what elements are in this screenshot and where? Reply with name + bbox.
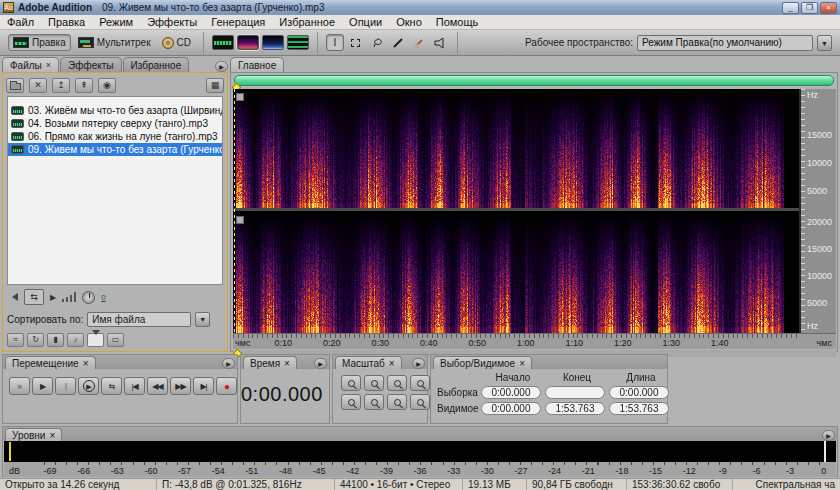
menu-item[interactable]: Избранное <box>272 16 342 28</box>
zoom-panel-tab[interactable]: Масштаб × <box>335 356 402 369</box>
loop-button[interactable]: ⇆ <box>101 377 122 395</box>
menu-item[interactable]: Файл <box>0 16 41 28</box>
spectral-phase-display-button[interactable] <box>287 35 309 50</box>
workspace-dropdown-arrow-icon[interactable]: ▼ <box>817 35 832 51</box>
extract-audio-button[interactable]: ◉ <box>98 78 116 93</box>
spectral-pan-display-button[interactable] <box>262 35 284 50</box>
sort-select[interactable]: Имя файла <box>87 312 191 327</box>
pause-button[interactable]: ∥ <box>55 377 76 395</box>
multitrack-view-button[interactable]: Мультитрек <box>74 35 155 50</box>
playhead-line[interactable] <box>234 89 235 333</box>
advanced-options-toggle[interactable]: ▦ <box>206 78 224 93</box>
cd-view-button[interactable]: CD <box>158 35 195 51</box>
app-title: Adobe Audition <box>18 2 92 13</box>
tab-favorites[interactable]: Избранное <box>123 57 190 72</box>
view-length-field[interactable]: 1:53.763 <box>609 402 669 415</box>
spectral-frequency-display-button[interactable] <box>237 35 259 50</box>
file-list-item[interactable]: 09. Живем мы что-то без азарта (Гурченко… <box>8 143 222 156</box>
view-start-field[interactable]: 0:00.000 <box>481 402 541 415</box>
menu-item[interactable]: Режим <box>92 16 140 28</box>
selection-view-panel-tab[interactable]: Выбор/Видимое × <box>433 356 532 369</box>
view-end-field[interactable]: 1:53.763 <box>545 402 605 415</box>
frequency-ruler[interactable]: Hz 15000 10000 5000 20000 15000 10000 50… <box>799 89 836 333</box>
import-file-button[interactable] <box>6 78 24 93</box>
menu-item[interactable]: Эффекты <box>140 16 204 28</box>
time-panel-tab[interactable]: Время × <box>243 356 297 369</box>
left-channel-toggle[interactable] <box>236 93 244 101</box>
play-button[interactable]: ▶ <box>32 377 53 395</box>
close-button[interactable]: × <box>820 2 837 14</box>
right-channel-toggle[interactable] <box>236 216 244 224</box>
show-audio-files-toggle[interactable]: ≈ <box>7 333 24 347</box>
selection-length-field[interactable]: 0:00.000 <box>609 386 669 399</box>
show-loop-files-toggle[interactable]: ↻ <box>27 333 44 347</box>
edit-view-button[interactable]: Правка <box>8 34 71 51</box>
close-icon[interactable]: × <box>284 358 290 369</box>
close-file-button[interactable]: ✕ <box>29 78 47 93</box>
horizontal-overview-scrollbar[interactable] <box>234 75 834 86</box>
close-icon[interactable]: × <box>49 430 55 441</box>
fast-forward-button[interactable]: ▶▶ <box>170 377 191 395</box>
close-icon[interactable]: × <box>519 358 525 369</box>
spot-healing-brush-tool[interactable] <box>410 34 428 51</box>
spectrogram[interactable] <box>233 89 799 333</box>
row-label-view: Видимое <box>437 403 481 414</box>
lasso-selection-tool[interactable] <box>368 34 386 51</box>
levels-panel-tab[interactable]: Уровни × <box>5 428 62 441</box>
preview-volume-value[interactable]: 0 <box>101 293 105 302</box>
tab-files[interactable]: Файлы × <box>2 57 59 72</box>
menu-item[interactable]: Окно <box>389 16 429 28</box>
filter-options-toggle[interactable] <box>87 333 104 347</box>
show-video-files-toggle[interactable]: ▮ <box>47 333 64 347</box>
show-midi-files-toggle[interactable]: ♪ <box>67 333 84 347</box>
status-segment: 44100 • 16-бит • Стерео <box>334 479 462 490</box>
panel-menu-button[interactable]: ▶ <box>412 358 425 369</box>
timeline-ruler[interactable]: чмс 0:100:200:300:400:501:001:101:201:30… <box>233 333 836 349</box>
restore-button[interactable]: ❐ <box>801 2 818 14</box>
preview-volume-dial[interactable] <box>82 291 95 304</box>
menu-item[interactable]: Правка <box>41 16 92 28</box>
level-meter[interactable] <box>4 441 836 462</box>
spectral-display[interactable] <box>233 89 799 333</box>
menu-item[interactable]: Опции <box>342 16 389 28</box>
panel-menu-button[interactable]: ▶ <box>314 358 327 369</box>
scrub-tool[interactable] <box>431 34 449 51</box>
menu-item[interactable]: Генерация <box>204 16 272 28</box>
close-icon[interactable]: × <box>46 60 51 70</box>
loop-preview-button[interactable]: ⇆ <box>24 289 44 305</box>
play-looped-button[interactable]: ▶ <box>78 377 99 395</box>
go-to-start-button[interactable]: |◀ <box>124 377 145 395</box>
db-tick-label: -60 <box>139 466 163 476</box>
stop-button[interactable]: ■ <box>9 377 30 395</box>
file-list-item[interactable]: 03. Живём мы что-то без азарта (Ширвиндт… <box>8 104 222 117</box>
go-to-end-button[interactable]: ▶| <box>193 377 214 395</box>
waveform-display-button[interactable] <box>212 35 234 50</box>
tab-effects[interactable]: Эффекты <box>60 57 121 72</box>
selection-start-field[interactable]: 0:00.000 <box>481 386 541 399</box>
effects-paintbrush-tool[interactable] <box>389 34 407 51</box>
file-list-item[interactable]: 06. Прямо как жизнь на луне (танго).mp3 <box>8 130 222 143</box>
selection-end-field[interactable] <box>545 386 605 399</box>
time-selection-tool[interactable]: I <box>326 34 344 51</box>
minimize-button[interactable]: _ <box>782 2 799 14</box>
menu-item[interactable]: Помощь <box>429 16 486 28</box>
panel-menu-button[interactable]: ▶ <box>215 61 228 72</box>
insert-into-cd-button[interactable]: ⇞ <box>75 78 93 93</box>
tab-main[interactable]: Главное <box>230 57 284 72</box>
panel-menu-button[interactable]: ▶ <box>222 358 235 369</box>
workspace-select[interactable]: Режим Правка(по умолчанию) <box>637 35 813 51</box>
transport-panel-tab[interactable]: Перемещение × <box>5 356 96 369</box>
record-button[interactable]: ● <box>216 377 237 395</box>
show-markers-toggle[interactable]: ▭ <box>107 333 124 347</box>
file-list-item[interactable]: 04. Возьми пятерку сверху (танго).mp3 <box>8 117 222 130</box>
insert-into-multitrack-button[interactable]: ↥ <box>52 78 70 93</box>
close-icon[interactable]: × <box>83 358 89 369</box>
mute-speaker-icon[interactable] <box>8 293 18 301</box>
panel-menu-button[interactable]: ▶ <box>822 430 835 441</box>
rewind-button[interactable]: ◀◀ <box>147 377 168 395</box>
close-icon[interactable]: × <box>389 358 395 369</box>
preview-play-button[interactable]: ▶ <box>50 293 56 302</box>
sort-dropdown-arrow-icon[interactable]: ▼ <box>195 312 210 327</box>
db-tick-label: -54 <box>206 466 230 476</box>
marquee-selection-tool[interactable] <box>347 34 365 51</box>
